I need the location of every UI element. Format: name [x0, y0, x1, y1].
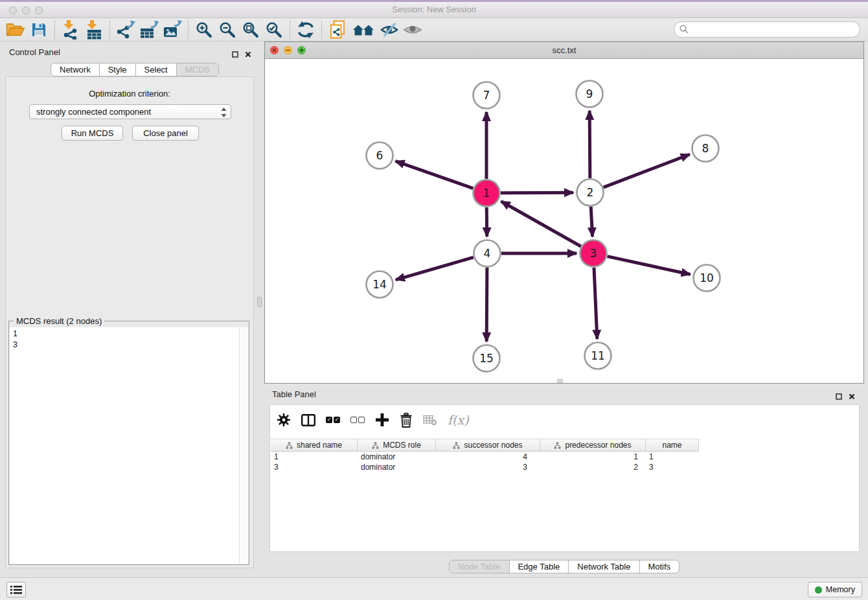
- trash-icon: [400, 413, 413, 428]
- toolbar-separator: [109, 21, 110, 39]
- close-panel-icon[interactable]: [245, 49, 251, 60]
- window-resize-handle[interactable]: [557, 379, 563, 383]
- toolbar-separator: [290, 21, 290, 39]
- hide-selected-button[interactable]: [378, 19, 401, 40]
- tab-node-table[interactable]: Node Table: [450, 560, 509, 573]
- zoom-out-button[interactable]: [216, 19, 239, 40]
- net-minimize-button[interactable]: [284, 46, 292, 54]
- tab-select[interactable]: Select: [135, 63, 176, 76]
- column-header-name[interactable]: name: [646, 439, 699, 452]
- graph-edge-4-15[interactable]: [486, 268, 487, 341]
- add-column-button[interactable]: [375, 413, 389, 427]
- result-scrollbar[interactable]: [239, 327, 248, 564]
- graph-node-10[interactable]: 10: [694, 265, 720, 292]
- save-floppy-icon: [31, 22, 47, 38]
- tab-network[interactable]: Network: [51, 63, 99, 76]
- graph-node-8[interactable]: 8: [692, 135, 719, 162]
- attribute-tree-icon: [453, 442, 460, 449]
- zoom-in-button[interactable]: [192, 19, 216, 40]
- export-network-button[interactable]: [114, 19, 137, 40]
- column-header-predecessor-nodes[interactable]: predecessor nodes: [540, 439, 646, 452]
- graph-edge-2-3[interactable]: [591, 207, 592, 237]
- graph-node-3[interactable]: 3: [580, 240, 607, 267]
- graph-node-11[interactable]: 11: [585, 343, 611, 369]
- toolbar-separator: [54, 21, 55, 39]
- import-network-button[interactable]: [59, 19, 82, 40]
- graph-node-7[interactable]: 7: [474, 82, 500, 109]
- float-panel-icon[interactable]: [232, 49, 238, 60]
- criterion-select[interactable]: strongly connected component: [29, 104, 231, 119]
- export-table-icon: [139, 20, 159, 40]
- graph-edge-2-9[interactable]: [589, 111, 590, 178]
- graph-edge-4-14[interactable]: [396, 257, 474, 280]
- table-row[interactable]: 3dominator323: [271, 462, 699, 472]
- graph-node-2[interactable]: 2: [577, 179, 604, 206]
- node-label: 10: [700, 271, 714, 284]
- network-canvas[interactable]: 7968124314101511: [265, 59, 863, 383]
- graph-edge-1-6[interactable]: [396, 161, 474, 189]
- memory-button[interactable]: Memory: [808, 582, 862, 597]
- show-columns-button[interactable]: [301, 414, 315, 426]
- zoom-fit-button[interactable]: [239, 19, 262, 40]
- select-all-button[interactable]: ✓✓: [326, 417, 340, 423]
- export-image-icon: [163, 20, 182, 40]
- close-panel-button[interactable]: Close panel: [132, 126, 199, 141]
- mcds-result-title: MCDS result (2 nodes): [14, 316, 104, 326]
- split-divider-grip[interactable]: [257, 297, 262, 307]
- mcds-result-text[interactable]: 1 3: [10, 327, 239, 564]
- tab-mcds[interactable]: MCDS: [176, 63, 218, 76]
- close-table-panel-icon[interactable]: [849, 391, 855, 402]
- mcds-result-box: MCDS result (2 nodes) 1 3: [8, 321, 249, 565]
- column-header-MCDS-role[interactable]: MCDS role: [358, 439, 436, 452]
- refresh-view-button[interactable]: [294, 19, 317, 40]
- checked-box-icon: ✓: [334, 417, 340, 423]
- status-list-button[interactable]: [6, 582, 26, 597]
- table-cell: dominator: [358, 462, 436, 472]
- graph-edge-3-10[interactable]: [607, 257, 690, 275]
- table-cell: 3: [271, 462, 358, 472]
- table-body: 1dominator4113dominator323: [271, 452, 699, 472]
- graph-node-1[interactable]: 1: [474, 180, 500, 207]
- graph-node-6[interactable]: 6: [367, 143, 393, 169]
- status-bar: Memory: [0, 577, 868, 600]
- zoom-selected-button[interactable]: [262, 19, 286, 40]
- table-cell: 4: [436, 452, 540, 462]
- table-settings-button[interactable]: [277, 413, 291, 427]
- float-table-panel-icon[interactable]: [836, 391, 842, 402]
- table-row[interactable]: 1dominator411: [271, 452, 699, 462]
- graph-edge-3-11[interactable]: [594, 268, 597, 339]
- memory-label: Memory: [826, 585, 855, 594]
- tab-style[interactable]: Style: [99, 63, 135, 76]
- network-snapshot-button[interactable]: [326, 19, 349, 40]
- save-session-button[interactable]: [27, 19, 51, 40]
- close-window-button[interactable]: [9, 6, 17, 14]
- show-hidden-button[interactable]: [401, 19, 424, 40]
- run-mcds-button[interactable]: Run MCDS: [62, 126, 123, 141]
- net-maximize-button[interactable]: [297, 46, 306, 54]
- tab-motifs[interactable]: Motifs: [639, 560, 679, 573]
- function-builder-button: f(x): [448, 413, 469, 427]
- home-layout-button[interactable]: [349, 19, 378, 40]
- import-table-button[interactable]: [82, 19, 106, 40]
- graph-node-4[interactable]: 4: [474, 240, 501, 267]
- graph-edge-3-1[interactable]: [501, 202, 581, 246]
- open-session-button[interactable]: [4, 19, 27, 40]
- deselect-all-button[interactable]: [350, 417, 365, 423]
- window-controls-inactive[interactable]: [9, 6, 43, 14]
- tab-network-table[interactable]: Network Table: [568, 560, 639, 573]
- export-image-button[interactable]: [161, 19, 184, 40]
- column-header-shared-name[interactable]: shared name: [271, 439, 358, 452]
- column-header-successor-nodes[interactable]: successor nodes: [436, 439, 540, 452]
- graph-node-9[interactable]: 9: [577, 81, 603, 108]
- maximize-window-button[interactable]: [35, 6, 43, 14]
- tab-edge-table[interactable]: Edge Table: [508, 560, 568, 573]
- graph-node-14[interactable]: 14: [367, 271, 393, 298]
- export-table-button[interactable]: [137, 19, 161, 40]
- search-input[interactable]: [674, 21, 860, 38]
- delete-column-button[interactable]: [400, 413, 413, 428]
- graph-node-15[interactable]: 15: [474, 345, 500, 372]
- graph-edge-1-2[interactable]: [501, 192, 573, 193]
- graph-edge-2-8[interactable]: [604, 154, 690, 187]
- net-close-button[interactable]: [270, 46, 279, 54]
- minimize-window-button[interactable]: [22, 6, 30, 14]
